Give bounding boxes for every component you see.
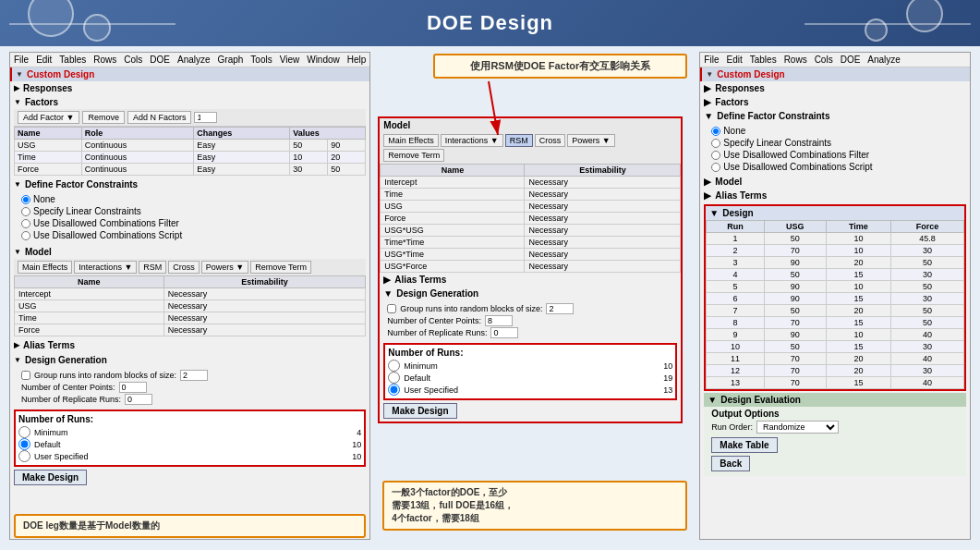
menu-analyze[interactable]: Analyze xyxy=(177,55,211,65)
right-radio-linear[interactable] xyxy=(711,139,720,148)
design-table-header[interactable]: ▼ Design xyxy=(706,206,964,220)
menu-rows[interactable]: Rows xyxy=(93,55,116,65)
menu-doe[interactable]: DOE xyxy=(150,55,170,65)
center-points-input[interactable] xyxy=(119,382,147,393)
right-menu-tables[interactable]: Tables xyxy=(750,55,777,65)
factor-changes: Easy xyxy=(194,140,290,152)
powers-btn[interactable]: Powers ▼ xyxy=(201,261,248,274)
responses-header[interactable]: ▶ Responses xyxy=(14,81,366,95)
factor-v2[interactable]: 20 xyxy=(328,152,366,164)
right-define-factor-header[interactable]: ▼ Define Factor Constraints xyxy=(704,109,966,123)
right-alias-header[interactable]: ▶ Alias Terms xyxy=(704,189,966,202)
mid-main-effects-btn[interactable]: Main Effects xyxy=(383,134,438,147)
factor-role: Continuous xyxy=(81,152,193,164)
right-constraints-radio-group: None Specify Linear Constraints Use Disa… xyxy=(704,123,966,175)
right-menu-cols[interactable]: Cols xyxy=(815,55,833,65)
right-menubar[interactable]: File Edit Tables Rows Cols DOE Analyze xyxy=(700,53,970,67)
right-menu-rows[interactable]: Rows xyxy=(784,55,807,65)
mid-cross-btn[interactable]: Cross xyxy=(535,134,566,147)
mid-runs-min-radio[interactable] xyxy=(388,360,400,372)
menu-help[interactable]: Help xyxy=(347,55,367,65)
alias-terms-header[interactable]: ▶ Alias Terms xyxy=(14,338,366,352)
mid-powers-btn[interactable]: Powers ▼ xyxy=(567,134,614,147)
responses-triangle: ▶ xyxy=(14,84,19,92)
mid-group-runs-input[interactable] xyxy=(546,303,574,314)
mid-remove-term-btn[interactable]: Remove Term xyxy=(383,149,444,162)
runs-min-radio[interactable] xyxy=(18,426,30,438)
menu-graph[interactable]: Graph xyxy=(218,55,244,65)
mid-runs-user-radio[interactable] xyxy=(388,384,400,396)
group-runs-checkbox[interactable] xyxy=(21,371,30,380)
design-table: Run USG Time Force 1501045.8270103039020… xyxy=(706,220,964,389)
custom-design-header[interactable]: Custom Design xyxy=(10,67,369,81)
remove-btn[interactable]: Remove xyxy=(82,111,125,124)
menu-tables[interactable]: Tables xyxy=(59,55,86,65)
model-row: USG*TimeNecessary xyxy=(381,249,681,261)
factor-v1[interactable]: 50 xyxy=(290,140,328,152)
right-factors-header[interactable]: ▶ Factors xyxy=(704,95,966,109)
radio-disallowed-script-input[interactable] xyxy=(21,231,30,240)
right-menu-doe[interactable]: DOE xyxy=(841,55,861,65)
add-factor-btn[interactable]: Add Factor ▼ xyxy=(18,111,79,124)
mid-runs-default-radio[interactable] xyxy=(388,372,400,384)
make-design-btn[interactable]: Make Design xyxy=(14,470,87,485)
radio-disallowed-filter-input[interactable] xyxy=(21,219,30,228)
radio-linear-input[interactable] xyxy=(21,207,30,216)
right-model-header[interactable]: ▶ Model xyxy=(704,175,966,189)
rsm-btn[interactable]: RSM xyxy=(139,261,166,274)
right-radio-filter[interactable] xyxy=(711,151,720,160)
menu-cols[interactable]: Cols xyxy=(124,55,142,65)
factor-name: USG xyxy=(15,140,82,152)
interactions-btn[interactable]: Interactions ▼ xyxy=(74,261,137,274)
model-triangle: ▼ xyxy=(14,248,21,256)
main-effects-btn[interactable]: Main Effects xyxy=(18,261,72,274)
right-custom-design-header[interactable]: Custom Design xyxy=(700,67,970,81)
menu-edit[interactable]: Edit xyxy=(36,55,52,65)
define-factor-header[interactable]: ▼ Define Factor Constraints xyxy=(14,177,366,191)
mid-rsm-btn[interactable]: RSM xyxy=(505,134,533,147)
mid-make-design-btn[interactable]: Make Design xyxy=(383,403,456,419)
mid-interactions-btn[interactable]: Interactions ▼ xyxy=(441,134,503,147)
add-n-btn[interactable]: Add N Factors xyxy=(127,111,192,124)
menu-view[interactable]: View xyxy=(280,55,300,65)
design-eval-header[interactable]: ▼ Design Evaluation xyxy=(704,393,966,407)
replicate-runs-input[interactable] xyxy=(125,394,152,405)
runs-default: Default 10 xyxy=(18,438,361,450)
make-table-btn[interactable]: Make Table xyxy=(711,437,777,453)
n-factors-input[interactable] xyxy=(194,112,217,123)
group-runs-input[interactable] xyxy=(180,370,208,381)
mid-group-runs-checkbox[interactable] xyxy=(387,304,396,313)
radio-linear: Specify Linear Constraints xyxy=(21,205,358,217)
remove-term-btn[interactable]: Remove Term xyxy=(250,261,311,274)
runs-user-radio[interactable] xyxy=(18,450,30,462)
mid-alias-header[interactable]: ▶ Alias Terms xyxy=(380,273,681,287)
design-section: ▼ Design Run USG Time Force 1501045.8270… xyxy=(704,204,966,391)
factor-v1[interactable]: 10 xyxy=(290,152,328,164)
runs-section: Number of Runs: Minimum 4 Default 10 Use… xyxy=(14,409,366,467)
menu-window[interactable]: Window xyxy=(307,55,340,65)
right-menu-edit[interactable]: Edit xyxy=(726,55,742,65)
left-menubar[interactable]: File Edit Tables Rows Cols DOE Analyze G… xyxy=(10,53,369,67)
right-menu-analyze[interactable]: Analyze xyxy=(867,55,901,65)
mid-center-points-input[interactable] xyxy=(485,315,513,326)
right-radio-script[interactable] xyxy=(711,163,720,172)
factor-v2[interactable]: 90 xyxy=(328,140,366,152)
factor-v2[interactable]: 50 xyxy=(328,164,366,176)
design-gen-label: Design Generation xyxy=(25,355,107,365)
cross-btn[interactable]: Cross xyxy=(168,261,200,274)
radio-none-input[interactable] xyxy=(21,195,30,204)
mid-replicate-input[interactable] xyxy=(490,327,518,338)
runs-default-radio[interactable] xyxy=(18,438,30,450)
back-btn[interactable]: Back xyxy=(711,456,750,471)
menu-tools[interactable]: Tools xyxy=(250,55,272,65)
right-menu-file[interactable]: File xyxy=(704,55,719,65)
model-header[interactable]: ▼ Model xyxy=(14,245,366,259)
factors-header[interactable]: ▼ Factors xyxy=(14,95,366,109)
design-gen-header[interactable]: ▼ Design Generation xyxy=(14,353,366,367)
mid-design-gen-header[interactable]: ▼ Design Generation xyxy=(380,287,681,300)
right-responses-header[interactable]: ▶ Responses xyxy=(704,81,966,95)
menu-file[interactable]: File xyxy=(14,55,29,65)
right-radio-none[interactable] xyxy=(711,127,720,136)
factor-v1[interactable]: 30 xyxy=(290,164,328,176)
run-order-select[interactable]: RandomizeSequentialKeep the Same xyxy=(756,421,839,434)
